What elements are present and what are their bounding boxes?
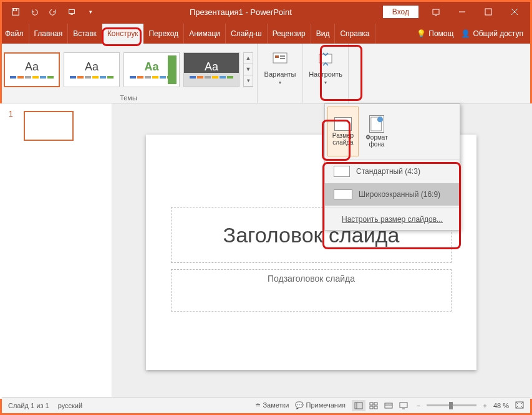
slideshow-view-icon[interactable] [397,400,410,411]
ratio-43-icon [334,166,350,177]
reading-view-icon[interactable] [382,400,395,411]
status-slide[interactable]: Слайд 1 из 1 [8,402,49,409]
normal-view-icon[interactable] [352,400,365,411]
zoom-slider[interactable] [427,404,476,406]
separator [325,207,460,208]
svg-rect-20 [374,406,377,409]
svg-rect-19 [370,406,373,409]
slide-number: 1 [9,110,13,118]
slide-editor[interactable]: Заголовок слайда Подзаголовок слайда [112,103,532,399]
ratio-169-icon [334,189,352,199]
notes-button[interactable]: ≐ Заметки [255,401,289,409]
svg-rect-17 [370,403,373,405]
setup-dropdown: Размер слайда Формат фона Стандартный (4… [324,103,460,231]
svg-point-14 [377,117,383,122]
fit-to-window-icon[interactable] [515,401,524,410]
slide-thumbnail-1[interactable] [24,111,74,141]
zoom-out-button[interactable]: − [417,402,420,409]
svg-rect-21 [385,403,392,408]
format-background-icon [369,115,384,133]
zoom-level[interactable]: 48 % [493,402,509,409]
svg-rect-15 [355,403,362,409]
theme-thumb-3[interactable]: Aa [123,52,180,87]
size-standard-item[interactable]: Стандартный (4:3) [325,160,460,183]
status-language[interactable]: русский [58,402,82,409]
thumbnail-pane[interactable]: 1 [0,103,112,399]
slide-size-icon [334,117,352,131]
sorter-view-icon[interactable] [367,400,380,411]
size-custom-item[interactable]: Настроить размер слайдов... [325,209,460,230]
theme-thumb-4[interactable]: Aa [183,52,239,87]
svg-rect-18 [374,403,377,405]
theme-thumb-1[interactable]: Aa [4,52,60,87]
statusbar: Слайд 1 из 1 русский ≐ Заметки 💬 Примеча… [2,397,530,413]
theme-thumb-2[interactable]: Aa [64,52,120,87]
size-wide-item[interactable]: Широкоэкранный (16:9) [325,183,460,206]
format-background-button[interactable]: Формат фона [361,107,392,156]
svg-rect-23 [400,403,407,408]
subtitle-placeholder[interactable]: Подзаголовок слайда [171,269,452,312]
zoom-in-button[interactable]: + [483,402,486,409]
slide-size-button[interactable]: Размер слайда [327,107,359,156]
comments-button[interactable]: 💬 Примечания [295,401,346,409]
